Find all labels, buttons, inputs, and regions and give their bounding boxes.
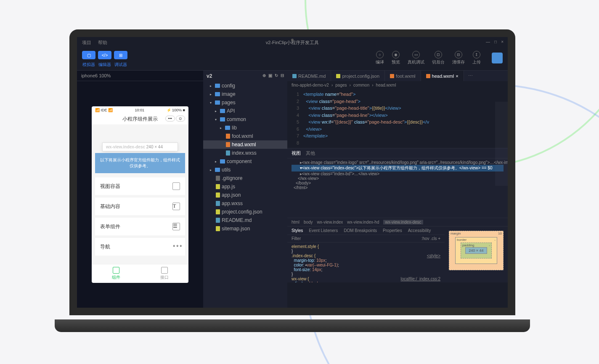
simulator-toggle[interactable]: ▢	[82, 51, 95, 59]
simulator-device-label: iphone6 100%	[77, 71, 203, 81]
folder-icon	[215, 92, 220, 96]
hov-toggle[interactable]: :hov	[421, 236, 429, 241]
css-rules[interactable]: element.style { } .index-desc {<style> m…	[287, 243, 445, 282]
wxss-icon	[216, 201, 220, 206]
api-icon	[161, 267, 168, 274]
minimize-icon[interactable]: —	[486, 40, 490, 44]
component-icon	[113, 267, 119, 274]
list-item[interactable]: 导航∘∘∘	[95, 238, 185, 256]
folder-common[interactable]: ▾common	[203, 115, 287, 124]
tab-project-config[interactable]: project.config.json	[331, 71, 385, 81]
styles-filter-input[interactable]: Filter	[292, 236, 301, 241]
file-app-js[interactable]: app.js	[203, 182, 287, 191]
clear-cache-button[interactable]: ⊟清缓存	[452, 51, 465, 65]
cache-icon: ⊟	[455, 51, 462, 58]
phone-tabbar: 组件 接口	[92, 264, 188, 283]
crumb-item[interactable]: html	[292, 220, 300, 224]
folder-lib[interactable]: ▸lib	[203, 124, 287, 132]
folder-image[interactable]: ▸image	[203, 90, 287, 98]
wxml-icon	[226, 142, 230, 147]
cls-toggle[interactable]: .cls	[430, 236, 437, 241]
new-file-icon[interactable]: ⊕	[262, 73, 266, 79]
user-avatar[interactable]	[492, 53, 503, 63]
new-folder-icon[interactable]: ▣	[268, 73, 272, 79]
tab-foot-wxml[interactable]: foot.wxml	[385, 71, 421, 81]
menu-project[interactable]: 项目	[82, 40, 91, 46]
close-icon[interactable]: ×	[501, 40, 504, 44]
crumb-item[interactable]: wx-view.index-desc	[383, 220, 423, 224]
phone-statusbar: 📶 IDE 📶 10:01 ⚡ 100% ■	[92, 106, 188, 114]
minimap[interactable]	[495, 102, 508, 186]
file-readme[interactable]: README.md	[203, 216, 287, 224]
status-signal: 📶 IDE 📶	[95, 108, 113, 112]
compile-icon: ○	[376, 51, 384, 58]
folder-icon	[215, 84, 220, 88]
real-device-button[interactable]: ▭真机调试	[408, 51, 424, 65]
editor-toggle[interactable]: </>	[98, 51, 111, 59]
elements-breadcrumb: html body wx-view.index wx-view.index-hd…	[287, 218, 508, 227]
capsule-close-icon[interactable]: ⊙	[176, 116, 185, 121]
folder-icon	[225, 126, 230, 130]
tab-overflow-icon[interactable]: ⋯	[464, 71, 477, 81]
folder-component[interactable]: ▸component	[203, 157, 287, 166]
highlighted-element: 以下将展示小程序官方组件能力，组件样式仅供参考。	[95, 153, 185, 173]
event-listeners-tab[interactable]: Event Listeners	[309, 228, 338, 233]
toolbar: ▢ </> ⊞ 模拟器 编辑器 调试器 ○编译 ◉预览 ▭真机调试 ⊡切后台 ⊟…	[77, 48, 508, 71]
folder-api[interactable]: ▸API	[203, 107, 287, 115]
crumb-item[interactable]: body	[304, 220, 313, 224]
file-app-json[interactable]: app.json	[203, 191, 287, 199]
properties-tab[interactable]: Properties	[383, 228, 402, 233]
crumb-item[interactable]: wx-view.index	[317, 220, 343, 224]
file-gitignore[interactable]: .gitignore	[203, 174, 287, 182]
wxml-icon	[390, 74, 394, 78]
wxss-icon	[226, 150, 230, 156]
capsule-menu-icon[interactable]: •••	[165, 116, 175, 121]
devtools-tab-view[interactable]: 视图	[292, 150, 301, 156]
code-editor[interactable]: 1<template name="head">2 <view class="pa…	[287, 89, 508, 148]
refresh-icon[interactable]: ↻	[275, 73, 278, 79]
simulator-panel: iphone6 100% 📶 IDE 📶 10:01 ⚡ 100% ■ 小程序组…	[77, 71, 203, 308]
tab-component[interactable]: 组件	[92, 264, 140, 283]
selected-element[interactable]: ▾<wx-view class="index-desc">以下将展示小程序官方组…	[292, 165, 504, 171]
file-app-wxss[interactable]: app.wxss	[203, 199, 287, 208]
upload-button[interactable]: ↥上传	[472, 51, 481, 65]
switch-icon: ⊡	[435, 51, 442, 58]
folder-pages[interactable]: ▾pages	[203, 98, 287, 107]
box-model: margin10 border- padding- 240 × 44	[445, 227, 508, 282]
tab-head-wxml[interactable]: head.wxml ×	[421, 71, 464, 81]
devtools-tab-other[interactable]: 其他	[306, 150, 315, 156]
device-icon: ▭	[412, 51, 420, 58]
file-explorer: v2 ⊕ ▣ ↻ ⊟ ▸config ▸image ▾pages ▸API ▾c…	[203, 71, 287, 308]
styles-tab[interactable]: Styles	[292, 228, 303, 233]
file-sitemap[interactable]: sitemap.json	[203, 224, 287, 233]
list-item[interactable]: 表单组件☰	[95, 218, 185, 235]
preview-button[interactable]: ◉预览	[392, 51, 400, 65]
compile-button[interactable]: ○编译	[376, 51, 384, 65]
elements-tree[interactable]: ▸<wx-image class="index-logo" src="../re…	[287, 158, 508, 218]
laptop-base	[55, 319, 530, 332]
tab-readme[interactable]: README.md	[287, 71, 331, 81]
dom-breakpoints-tab[interactable]: DOM Breakpoints	[344, 228, 377, 233]
folder-icon	[215, 100, 220, 105]
window-title: v2-FinClip小程序开发工具	[266, 40, 319, 46]
app-title: 小程序组件展示 ••• ⊙	[92, 114, 188, 124]
file-index-wxss[interactable]: index.wxss	[203, 149, 287, 157]
window-controls: — □ ×	[486, 40, 504, 44]
tab-api[interactable]: 接口	[140, 264, 188, 283]
accessibility-tab[interactable]: Accessibility	[408, 228, 431, 233]
maximize-icon[interactable]: □	[494, 40, 497, 44]
file-project-config[interactable]: project.config.json	[203, 208, 287, 216]
debugger-toggle[interactable]: ⊞	[114, 51, 127, 59]
folder-icon	[220, 159, 225, 164]
crumb-item[interactable]: wx-view.index-hd	[347, 220, 379, 224]
folder-utils[interactable]: ▸utils	[203, 166, 287, 174]
file-head-wxml[interactable]: head.wxml	[203, 140, 287, 149]
menu-help[interactable]: 帮助	[98, 40, 107, 46]
folder-config[interactable]: ▸config	[203, 82, 287, 90]
list-item[interactable]: 基础内容T	[95, 198, 185, 215]
collapse-icon[interactable]: ⊟	[281, 73, 284, 79]
list-item[interactable]: 视图容器	[95, 177, 185, 195]
file-foot-wxml[interactable]: foot.wxml	[203, 132, 287, 140]
switch-bg-button[interactable]: ⊡切后台	[432, 51, 445, 65]
form-icon: ☰	[172, 223, 180, 230]
